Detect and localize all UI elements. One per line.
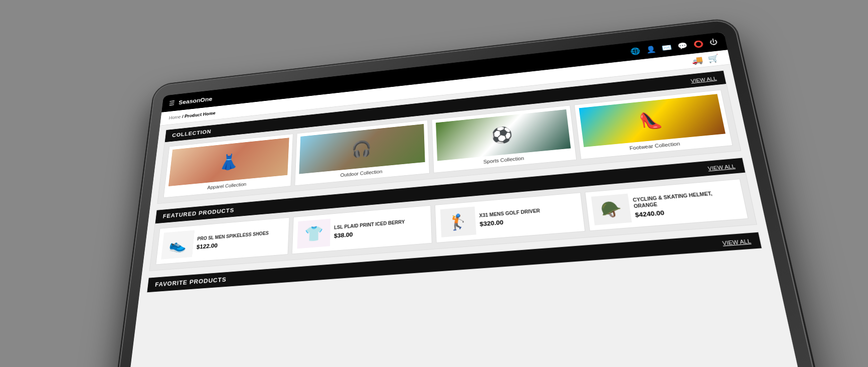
account-circle-icon[interactable]: ⭕ (692, 40, 704, 49)
apparel-label: Apparel Collection (207, 181, 246, 190)
power-icon[interactable]: ⏻ (709, 38, 718, 46)
collection-sports[interactable]: ⚽ Sports Collection (431, 105, 577, 173)
shirt-info: LSL PLAID PRINT ICED BERRY $38.00 (333, 219, 405, 239)
collections-viewall[interactable]: VIEW ALL (690, 76, 717, 83)
helmet-info: CYCLING & SKATING HELMET, ORANGE $4240.0… (632, 188, 740, 218)
footwear-image: 👠 (579, 94, 725, 147)
collection-outdoor[interactable]: 🎧 Outdoor Collection (294, 120, 429, 186)
collection-apparel[interactable]: 👗 Apparel Collection (163, 134, 293, 198)
shirt-image: 👕 (297, 219, 330, 249)
person-icon[interactable]: 👤 (645, 45, 656, 53)
delivery-icon[interactable]: 🚚 (690, 55, 704, 65)
menu-icon[interactable]: ☰ (168, 99, 175, 107)
email-icon[interactable]: ✉️ (661, 43, 672, 52)
favorite-viewall[interactable]: VIEW ALL (722, 238, 751, 246)
golf-image: 🏌️ (440, 206, 476, 237)
breadcrumb-current: Product Home (184, 110, 216, 118)
favorite-title: FAVORITE PRODUCTS (154, 276, 227, 288)
sports-image: ⚽ (436, 109, 571, 161)
product-shoes[interactable]: 👟 PRO SL MEN SPIKELESS SHOES $122.00 (155, 217, 289, 265)
outdoor-label: Outdoor Collection (340, 169, 382, 178)
footwear-label: Footwear Collection (629, 141, 680, 151)
product-golf[interactable]: 🏌️ X31 MENS GOLF DRIVER $320.00 (434, 192, 585, 243)
globe-icon[interactable]: 🌐 (630, 47, 641, 55)
shoes-info: PRO SL MEN SPIKELESS SHOES $122.00 (196, 230, 269, 250)
breadcrumb: Home / Product Home (168, 110, 216, 120)
outdoor-image: 🎧 (299, 124, 425, 174)
product-helmet[interactable]: 🪖 CYCLING & SKATING HELMET, ORANGE $4240… (585, 179, 748, 231)
product-shirt[interactable]: 👕 LSL PLAID PRINT ICED BERRY $38.00 (291, 205, 432, 255)
golf-info: X31 MENS GOLF DRIVER $320.00 (479, 208, 541, 228)
helmet-image: 🪖 (591, 194, 631, 225)
cart-area: 🚚 🛒 (690, 53, 720, 65)
featured-viewall[interactable]: VIEW ALL (707, 163, 735, 171)
sports-label: Sports Collection (483, 156, 524, 165)
breadcrumb-home[interactable]: Home (168, 114, 181, 120)
chat-icon[interactable]: 💬 (676, 41, 688, 50)
tablet-frame: ☰ SeasonOne 🌐 👤 ✉️ 💬 ⭕ ⏻ Home / Product … (102, 19, 839, 367)
shoes-image: 👟 (161, 230, 195, 259)
collection-footwear[interactable]: 👠 Footwear Collection (574, 90, 733, 160)
tablet-screen: ☰ SeasonOne 🌐 👤 ✉️ 💬 ⭕ ⏻ Home / Product … (116, 32, 818, 367)
tablet-wrapper: ☰ SeasonOne 🌐 👤 ✉️ 💬 ⭕ ⏻ Home / Product … (83, 0, 785, 367)
cart-icon[interactable]: 🛒 (707, 53, 720, 64)
apparel-image: 👗 (168, 138, 289, 186)
collections-title: COLLECTION (171, 129, 211, 139)
